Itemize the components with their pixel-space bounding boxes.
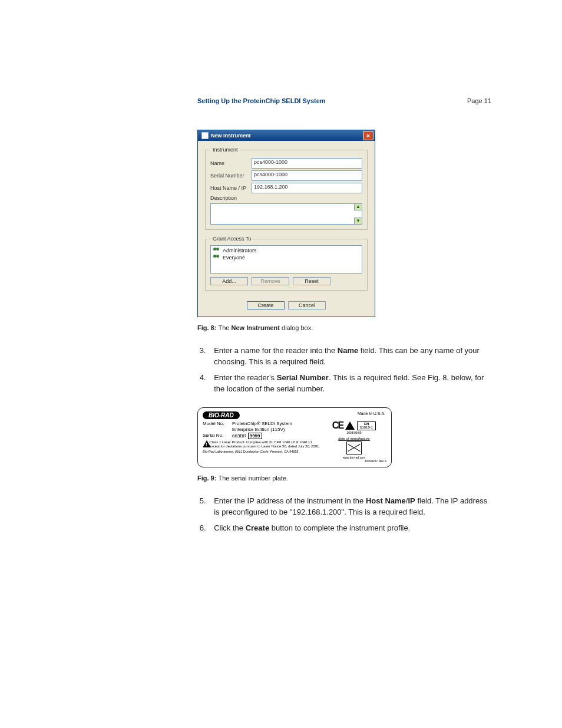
step-3: Enter a name for the reader into the Nam… [208, 345, 491, 368]
new-instrument-dialog: New Instrument × Instrument Name pcs4000… [197, 130, 375, 317]
description-textarea[interactable]: ▲ ▼ [210, 203, 362, 225]
scroll-up-icon[interactable]: ▲ [354, 203, 362, 210]
grant-access-legend: Grant Access To [210, 236, 253, 242]
step-5: Enter the IP address of the instrument i… [208, 496, 491, 518]
running-header-title: Setting Up the ProteinChip SELDI System [197, 97, 326, 104]
description-label: Description [210, 195, 252, 201]
create-button[interactable]: Create [247, 301, 285, 309]
biorad-logo: BIO-RAD [203, 411, 240, 419]
serial-label: Serial Number [210, 173, 252, 179]
access-item-label: Everyone [223, 255, 245, 261]
serial-number-plate: BIO-RAD Made in U.S.A. Model No. Protein… [197, 407, 392, 467]
model-no-label: Model No. [203, 421, 232, 426]
scroll-down-icon[interactable]: ▼ [354, 218, 362, 225]
page-number: Page 11 [467, 97, 491, 104]
access-item-label: Administrators [223, 248, 257, 253]
app-icon [201, 132, 209, 139]
manufacture-symbol-icon [346, 442, 362, 454]
step-4: Enter the reader's Serial Number. This i… [208, 373, 491, 395]
access-listbox[interactable]: Administrators Everyone [210, 245, 362, 274]
serial-prefix: 683BR [232, 433, 246, 439]
instrument-fieldset: Instrument Name pcs4000-1000 Serial Numb… [205, 147, 368, 230]
list-item[interactable]: Administrators [212, 247, 361, 254]
remove-button[interactable]: Remove [252, 277, 289, 285]
name-input[interactable]: pcs4000-1000 [252, 158, 362, 169]
host-label: Host Name / IP [210, 185, 252, 191]
name-label: Name [210, 160, 252, 166]
add-button[interactable]: Add... [210, 277, 248, 285]
grant-access-fieldset: Grant Access To Administrators Everyone … [205, 236, 368, 291]
host-input[interactable]: 192.168.1.200 [252, 183, 362, 193]
rev-text: 10008267 Rev A [322, 459, 386, 463]
cancel-button[interactable]: Cancel [288, 301, 326, 309]
instrument-legend: Instrument [210, 147, 240, 153]
group-icon [213, 255, 220, 261]
group-icon [213, 248, 220, 253]
compliance-text: Class 1 Laser Product: Complies with 21 … [209, 440, 322, 448]
warning-icon [203, 440, 207, 447]
model-no-value-1: ProteinChip® SELDI System [232, 421, 292, 426]
address-text: Bio-Rad Laboratories, 6611 Dumbarton Cir… [203, 450, 322, 453]
serial-no-label: Serial No. [203, 433, 232, 439]
ce-mark-icon: CE [332, 420, 343, 431]
en-cert-box: EN61010-1 [357, 421, 376, 430]
figure-9-caption: Fig. 9: The serial number plate. [197, 475, 491, 482]
model-no-value-2: Enterprise Edition (115V) [232, 427, 285, 432]
steps-list-top: Enter a name for the reader into the Nam… [197, 345, 491, 394]
made-in-label: Made in U.S.A. [358, 411, 385, 416]
serial-boxed-value: 9999 [248, 433, 262, 439]
steps-list-bottom: Enter the IP address of the instrument i… [197, 496, 491, 534]
dialog-title: New Instrument [211, 133, 251, 139]
step-6: Click the Create button to complete the … [208, 523, 491, 534]
caution-icon [345, 421, 355, 430]
list-item[interactable]: Everyone [212, 254, 361, 261]
date-code: 2003/09/09 [322, 431, 386, 434]
dialog-titlebar: New Instrument × [198, 130, 375, 141]
date-of-manufacture-label: date of manufacture [322, 437, 386, 440]
reset-button[interactable]: Reset [293, 277, 330, 285]
serial-input[interactable]: pcs4000-1000 [252, 170, 362, 181]
close-icon[interactable]: × [363, 131, 373, 140]
figure-8-caption: Fig. 8: The New Instrument dialog box. [197, 324, 491, 331]
